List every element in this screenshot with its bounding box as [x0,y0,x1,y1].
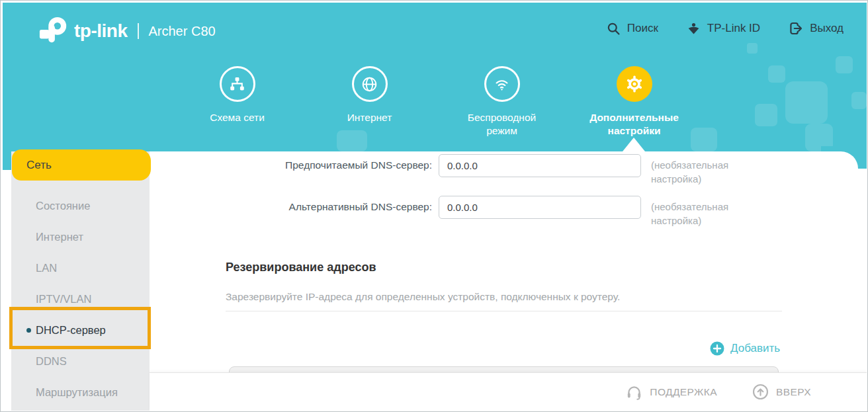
scroll-top-button[interactable]: ВВЕРХ [752,383,811,401]
decor-square [768,65,785,83]
alternate-dns-hint: (необязательная настройка) [651,200,770,227]
sidebar-item-routing[interactable]: Маршрутизация [11,377,150,408]
scroll-top-label: ВВЕРХ [776,386,811,398]
active-tab-pointer [623,138,645,151]
active-item-bullet [26,328,31,333]
alternate-dns-label: Альтернативный DNS-сервер: [226,201,432,213]
brand-name: tp-link [74,21,128,42]
support-button[interactable]: ПОДДЕРЖКА [625,383,717,401]
decor-square [755,104,777,126]
sidebar-item-label: DHCP-сервер [36,324,106,336]
globe-icon [352,66,388,102]
sidebar-item-ddns[interactable]: DDNS [11,346,150,377]
tab-label: Интернет [322,111,417,124]
section-title: Резервирование адресов [226,261,376,274]
sidebar-menu: Состояние Интернет LAN IPTV/VLAN DHCP-се… [11,190,150,408]
search-icon [606,21,621,36]
search-button[interactable]: Поиск [606,21,658,36]
logout-button[interactable]: Выход [788,21,844,36]
decor-square [785,81,828,124]
header-actions: Поиск TP-Link ID Выход [606,21,844,36]
tab-advanced-settings[interactable]: Дополнительные настройки [586,66,682,138]
add-reservation-button[interactable]: Добавить [710,341,780,356]
decor-square [691,128,717,151]
arrow-up-circle-icon [752,383,769,401]
tab-wireless[interactable]: Беспроводной режим [454,66,550,138]
decor-square [851,92,867,109]
brand-block: tp-link Archer C80 [38,14,216,48]
sidebar-header-network[interactable]: Сеть [12,149,151,181]
plus-icon [710,341,724,356]
support-label: ПОДДЕРЖКА [650,386,717,398]
device-model: Archer C80 [149,24,216,39]
sidebar-item-lan[interactable]: LAN [11,253,150,284]
preferred-dns-input[interactable] [439,154,641,177]
network-map-icon [220,66,255,102]
tab-label: Дополнительные настройки [586,111,682,138]
sidebar-item-status[interactable]: Состояние [11,190,150,222]
router-admin-window: tp-link Archer C80 Поиск TP-Link ID Выхо… [0,0,868,412]
footer-bar: ПОДДЕРЖКА ВВЕРХ [150,372,867,411]
logout-icon [788,21,804,36]
decor-square [747,43,758,54]
alternate-dns-input[interactable] [439,196,641,219]
tab-label: Схема сети [189,111,285,124]
decor-square [836,56,853,73]
decor-square [337,130,367,151]
tplink-id-label: TP-Link ID [707,22,760,35]
add-label: Добавить [730,342,780,355]
tab-internet[interactable]: Интернет [322,66,417,124]
preferred-dns-label: Предпочитаемый DNS-сервер: [226,159,432,171]
tab-network-map[interactable]: Схема сети [189,66,285,124]
tplink-id-button[interactable]: TP-Link ID [686,21,760,36]
sidebar-item-iptv-vlan[interactable]: IPTV/VLAN [11,284,150,315]
sidebar-item-dhcp-server[interactable]: DHCP-сервер [11,315,150,346]
tp-link-logo-icon [38,15,69,47]
logout-label: Выход [810,22,844,35]
headphones-icon [625,383,643,401]
header-bleed-left [3,151,12,170]
section-description: Зарезервируйте IP-адреса для определенны… [226,291,620,303]
search-label: Поиск [627,22,658,35]
brand-separator [138,23,139,39]
gear-icon [617,66,652,102]
person-icon [686,21,701,36]
wifi-icon [484,66,520,102]
tab-label: Беспроводной режим [454,111,550,138]
sidebar-item-internet[interactable]: Интернет [11,222,150,253]
section-divider [226,311,782,311]
preferred-dns-hint: (необязательная настройка) [651,158,770,186]
